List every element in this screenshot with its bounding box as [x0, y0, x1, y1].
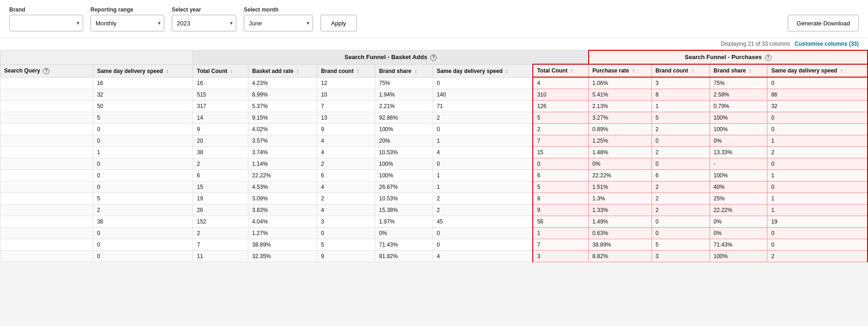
table-cell: 2.13%: [589, 101, 652, 112]
table-cell: 5: [651, 112, 710, 124]
table-cell: 1: [767, 170, 868, 181]
table-cell: 6: [651, 170, 710, 181]
table-cell: 9: [193, 124, 248, 135]
table-cell: 0: [93, 181, 193, 193]
sort-tc-purchases[interactable]: ↕: [571, 67, 573, 74]
sort-sds-basket[interactable]: ↕: [506, 68, 508, 74]
table-cell: 5: [93, 112, 193, 124]
table-cell: -: [710, 158, 767, 170]
table-cell: 4.02%: [248, 124, 317, 135]
table-cell: 2: [767, 251, 868, 262]
table-cell: 7: [533, 239, 588, 251]
col-brand-share-purchases: Brand share ↕: [710, 64, 767, 77]
table-cell: 32.35%: [248, 251, 317, 262]
sort-bc-basket[interactable]: ↕: [356, 68, 359, 74]
customise-columns-link[interactable]: Customise columns (33): [795, 41, 859, 47]
table-cell: 5: [533, 112, 588, 124]
table-cell: 4.53%: [248, 181, 317, 193]
table-cell: 2: [193, 228, 248, 239]
col-brand-share-basket: Brand share ↕: [375, 64, 433, 77]
sort-bs-purchases[interactable]: ↕: [749, 67, 752, 74]
table-cell: 3.57%: [248, 135, 317, 147]
search-query-info-icon[interactable]: ?: [43, 68, 49, 74]
table-cell: 1.48%: [589, 147, 652, 158]
table-cell: 0: [93, 135, 193, 147]
table-cell: 515: [193, 89, 248, 101]
info-bar: Displaying 21 of 33 columns Customise co…: [0, 38, 868, 50]
table-cell: 0: [93, 239, 193, 251]
table-cell: 7: [533, 135, 588, 147]
table-cell: [0, 124, 93, 135]
table-cell: 0: [433, 158, 533, 170]
table-cell: 15.38%: [375, 205, 433, 216]
table-row: 0622.22%6100%1622.22%6100%1: [0, 170, 868, 181]
table-cell: 0: [93, 170, 193, 181]
table-cell: 13.33%: [710, 147, 767, 158]
table-cell: 1.14%: [248, 158, 317, 170]
table-cell: [0, 251, 93, 262]
table-cell: 0: [767, 158, 868, 170]
table-cell: [0, 228, 93, 239]
sort-pr[interactable]: ↕: [632, 67, 635, 74]
table-cell: 310: [533, 89, 588, 101]
table-cell: 3: [317, 216, 375, 228]
table-cell: 1.97%: [375, 216, 433, 228]
table-cell: 2: [767, 147, 868, 158]
table-cell: 5: [651, 239, 710, 251]
table-row: 0203.57%420%171.25%00%1: [0, 135, 868, 147]
reporting-range-label: Reporting range: [90, 6, 164, 13]
table-cell: [0, 181, 93, 193]
table-cell: 22.22%: [710, 205, 767, 216]
purchases-info-icon[interactable]: ?: [765, 54, 772, 61]
table-cell: 0: [767, 112, 868, 124]
table-cell: 100%: [375, 158, 433, 170]
table-row: 021.14%2100%000%0-0: [0, 158, 868, 170]
table-cell: 0: [433, 77, 533, 89]
sort-tc-basket[interactable]: ↕: [230, 68, 233, 74]
table-cell: 1.94%: [375, 89, 433, 101]
table-cell: 0%: [710, 216, 767, 228]
sort-sds-purchases[interactable]: ↕: [840, 67, 843, 74]
sort-bs-basket[interactable]: ↕: [414, 68, 417, 74]
brand-select[interactable]: [9, 15, 83, 31]
table-cell: 0: [651, 216, 710, 228]
table-cell: 1.27%: [248, 228, 317, 239]
select-year-select[interactable]: 2023 2022 2021: [172, 15, 236, 31]
sort-bc-purchases[interactable]: ↕: [691, 67, 694, 74]
table-cell: 75%: [375, 77, 433, 89]
table-cell: 0%: [710, 228, 767, 239]
table-row: 021.27%00%010.63%00%0: [0, 228, 868, 239]
table-cell: 26: [193, 205, 248, 216]
table-cell: 7: [193, 239, 248, 251]
apply-button[interactable]: Apply: [320, 15, 357, 31]
table-cell: 1: [433, 170, 533, 181]
table-cell: 4.04%: [248, 216, 317, 228]
select-month-label: Select month: [244, 6, 313, 13]
table-cell: 100%: [710, 251, 767, 262]
select-month-select[interactable]: JanuaryFebruaryMarch AprilMayJune JulyAu…: [244, 15, 313, 31]
table-cell: [0, 239, 93, 251]
sort-bar[interactable]: ↕: [296, 68, 299, 74]
basket-adds-group-header: Search Funnel - Basket Adds ?: [193, 50, 589, 64]
table-cell: 4: [317, 181, 375, 193]
table-cell: 0%: [710, 135, 767, 147]
col-same-day-speed-purchases: Same day delivery speed ↕: [767, 64, 868, 77]
column-header-row: Search Query ? Same day delivery speed ↕…: [0, 64, 868, 77]
generate-download-button[interactable]: Generate Download: [788, 15, 859, 31]
table-cell: 9: [533, 205, 588, 216]
sort-basket-sd[interactable]: ↕: [166, 68, 169, 74]
table-cell: 0.89%: [589, 124, 652, 135]
table-cell: 3: [533, 251, 588, 262]
reporting-range-select[interactable]: Monthly Weekly Daily: [90, 15, 164, 31]
table-cell: 3.09%: [248, 193, 317, 205]
table-cell: 6: [533, 170, 588, 181]
table-cell: 0: [767, 181, 868, 193]
table-cell: 1.3%: [589, 193, 652, 205]
table-cell: [0, 205, 93, 216]
table-row: 5149.15%1392.86%253.27%5100%0: [0, 112, 868, 124]
table-cell: 1: [93, 147, 193, 158]
table-cell: 2: [433, 193, 533, 205]
table-cell: 0: [433, 228, 533, 239]
select-year-filter-group: Select year 2023 2022 2021: [172, 6, 236, 31]
basket-adds-info-icon[interactable]: ?: [430, 54, 437, 61]
